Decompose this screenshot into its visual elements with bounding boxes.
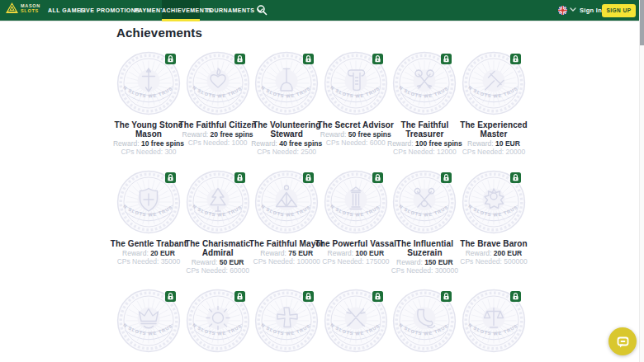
nav-item-label: LIVE	[80, 7, 94, 13]
cps-value: 60000	[230, 266, 249, 275]
achievement-medallion: IN SLOTS WE TRUST	[116, 170, 181, 234]
active-tab-underline	[162, 19, 200, 22]
achievement-medallion: IN SLOTS WE TRUST	[116, 289, 181, 353]
search-icon[interactable]	[256, 4, 268, 16]
achievement-card: IN SLOTS WE TRUSTThe Secret AdvisorRewar…	[324, 51, 388, 156]
lock-icon	[510, 172, 521, 182]
achievement-card: IN SLOTS WE TRUST	[392, 289, 457, 353]
achievement-title: The Experienced Master	[452, 120, 535, 139]
achievement-medallion: IN SLOTS WE TRUST	[254, 289, 319, 353]
cps-label: CPs Needed:	[326, 139, 368, 147]
reward-value: 150 EUR	[424, 258, 453, 266]
lock-icon	[234, 53, 245, 63]
achievement-medallion: IN SLOTS WE TRUST	[392, 170, 457, 234]
lock-icon	[303, 290, 314, 301]
achievement-card: IN SLOTS WE TRUST	[186, 289, 250, 353]
chat-widget-button[interactable]	[608, 327, 637, 355]
nav-item-promotions[interactable]: PROMOTIONS	[97, 0, 140, 21]
cps-value: 300000	[435, 266, 458, 275]
achievement-card: IN SLOTS WE TRUST	[116, 289, 181, 353]
cps-label: CPs Needed:	[253, 257, 296, 266]
achievement-cps: CPs Needed: 60000	[177, 267, 259, 275]
achievements-row: IN SLOTS WE TRUSTThe Young Stone MasonRe…	[116, 51, 526, 156]
achievement-card: IN SLOTS WE TRUSTThe Faithful CitizenRew…	[186, 51, 250, 156]
achievement-medallion: IN SLOTS WE TRUST	[392, 289, 457, 353]
achievement-card: IN SLOTS WE TRUSTThe Brave BaronReward: …	[462, 170, 526, 275]
achievement-card: IN SLOTS WE TRUSTThe Powerful VassalRewa…	[324, 170, 388, 275]
achievement-medallion: IN SLOTS WE TRUST	[462, 170, 526, 234]
achievement-medallion: IN SLOTS WE TRUST	[254, 51, 319, 115]
cps-label: CPs Needed:	[257, 148, 299, 156]
reward-label: Reward:	[113, 139, 140, 148]
nav-item-label: TOURNAMENTS	[206, 7, 254, 13]
achievement-card: IN SLOTS WE TRUST	[324, 289, 388, 353]
reward-label: Reward:	[387, 139, 414, 148]
lock-icon	[510, 290, 521, 301]
scrollbar-thumb[interactable]	[640, 0, 644, 45]
achievement-card: IN SLOTS WE TRUSTThe Influential Suzerai…	[392, 170, 457, 275]
lock-icon	[441, 53, 452, 63]
reward-label: Reward:	[260, 249, 286, 257]
chevron-down-icon	[570, 7, 576, 12]
achievement-cps: CPs Needed: 20000	[452, 148, 535, 157]
achievement-card: IN SLOTS WE TRUSTThe Charismatic Admiral…	[186, 170, 250, 275]
cps-label: CPs Needed:	[393, 148, 435, 156]
lock-icon	[372, 290, 383, 301]
achievement-card: IN SLOTS WE TRUSTThe Young Stone MasonRe…	[116, 51, 181, 156]
brand-logo[interactable]: MASON SLOTS	[6, 2, 40, 13]
lock-icon	[372, 172, 383, 182]
nav-item-achievements[interactable]: ACHIEVEMENTS	[162, 0, 200, 21]
reward-label: Reward:	[466, 249, 492, 257]
achievement-medallion: IN SLOTS WE TRUST	[186, 51, 250, 115]
achievement-medallion: IN SLOTS WE TRUST	[462, 51, 526, 115]
scrollbar[interactable]	[639, 0, 644, 362]
reward-label: Reward:	[396, 258, 423, 266]
cps-label: CPs Needed:	[460, 257, 502, 266]
lock-icon	[441, 290, 452, 301]
brand-name: MASON SLOTS	[21, 3, 40, 13]
nav-item-label: ACHIEVEMENTS	[162, 7, 212, 13]
cps-label: CPs Needed:	[462, 148, 504, 156]
achievement-card: IN SLOTS WE TRUSTThe Experienced MasterR…	[462, 51, 526, 156]
achievement-medallion: IN SLOTS WE TRUST	[116, 51, 181, 115]
cps-label: CPs Needed:	[188, 139, 230, 147]
cps-label: CPs Needed:	[322, 257, 364, 266]
achievement-cps: CPs Needed: 2500	[245, 148, 328, 157]
achievement-medallion: IN SLOTS WE TRUST	[324, 51, 388, 115]
sign-in-link[interactable]: Sign In	[580, 0, 602, 21]
uk-flag-icon	[558, 6, 567, 15]
cps-label: CPs Needed:	[391, 266, 433, 275]
achievement-card: IN SLOTS WE TRUSTThe Faithful TreasurerR…	[392, 51, 457, 156]
cps-value: 20000	[506, 148, 526, 156]
lock-icon	[303, 172, 314, 182]
language-selector[interactable]	[558, 6, 576, 15]
cps-label: CPs Needed:	[186, 266, 228, 275]
achievement-cps: CPs Needed: 300000	[383, 267, 466, 275]
nav-item-tournaments[interactable]: TOURNAMENTS	[206, 0, 263, 21]
achievement-medallion: IN SLOTS WE TRUST	[186, 170, 250, 234]
nav-item-label: PROMOTIONS	[97, 7, 140, 13]
reward-label: Reward:	[251, 139, 277, 148]
achievement-medallion: IN SLOTS WE TRUST	[462, 289, 526, 353]
sign-up-button[interactable]: SIGN UP	[602, 4, 636, 17]
achievement-medallion: IN SLOTS WE TRUST	[324, 170, 388, 234]
achievement-medallion: IN SLOTS WE TRUST	[254, 170, 319, 234]
cps-value: 500000	[504, 257, 527, 266]
pyramid-logo-icon	[6, 2, 18, 13]
lock-icon	[303, 53, 314, 63]
achievement-card: IN SLOTS WE TRUSTThe Gentle TrabantRewar…	[116, 170, 181, 275]
page-title: Achievements	[116, 26, 202, 40]
cps-label: CPs Needed:	[117, 257, 159, 266]
reward-value: 20 EUR	[150, 249, 175, 257]
lock-icon	[165, 290, 176, 301]
achievements-row: IN SLOTS WE TRUSTThe Gentle TrabantRewar…	[116, 170, 526, 275]
cps-label: CPs Needed:	[121, 148, 163, 156]
lock-icon	[510, 53, 521, 63]
reward-value: 100 EUR	[356, 249, 385, 257]
achievement-medallion: IN SLOTS WE TRUST	[392, 51, 457, 115]
nav-item-live[interactable]: LIVE	[80, 0, 94, 21]
lock-icon	[372, 53, 383, 63]
achievement-cps: CPs Needed: 300	[107, 148, 190, 157]
lock-icon	[165, 172, 176, 182]
reward-label: Reward:	[320, 130, 347, 139]
